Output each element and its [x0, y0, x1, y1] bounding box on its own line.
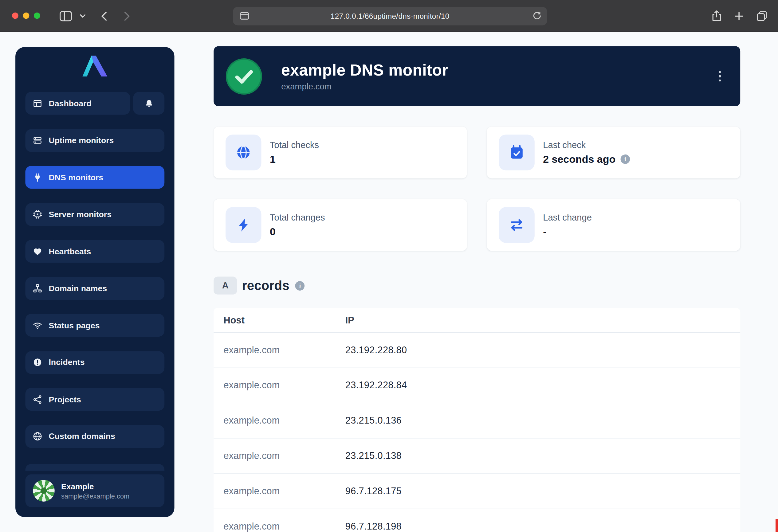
sidebar: Dashboard Uptime monitors: [15, 47, 174, 517]
nodes-icon: [33, 395, 43, 404]
records-table: Host IP example.com 23.192.228.80 exampl…: [214, 308, 740, 532]
user-email: sample@example.com: [61, 493, 129, 500]
notifications-button[interactable]: [133, 92, 164, 114]
table-row: example.com 23.192.228.84: [214, 368, 740, 403]
sidebar-item-label: Custom domains: [49, 432, 115, 441]
stat-text: Total changes 0: [270, 212, 325, 238]
app-logo[interactable]: [15, 54, 174, 78]
sidebar-item-label: Incidents: [49, 358, 84, 367]
traffic-lights: [12, 12, 40, 19]
sidebar-item-dashboard[interactable]: Dashboard: [25, 92, 130, 114]
forward-button[interactable]: [119, 0, 134, 32]
ip-cell: 96.7.128.175: [345, 485, 402, 497]
stat-text: Last check 2 seconds ago i: [543, 140, 630, 165]
column-header-host: Host: [214, 315, 345, 326]
sidebar-item-label: Projects: [49, 395, 81, 404]
app-page: Dashboard Uptime monitors: [0, 32, 778, 532]
back-button[interactable]: [96, 0, 111, 32]
stat-text: Total checks 1: [270, 140, 319, 165]
records-section-header: A records i: [214, 277, 305, 294]
grid-icon: [33, 99, 43, 108]
share-icon[interactable]: [709, 0, 724, 32]
stat-text: Last change -: [543, 212, 592, 238]
url-text: 127.0.0.1/66uptime/dns-monitor/10: [331, 12, 450, 20]
stat-value: -: [543, 226, 592, 238]
table-row: example.com 23.192.228.80: [214, 333, 740, 368]
globe-icon: [226, 135, 261, 170]
bolt-icon: [226, 207, 261, 243]
ip-cell: 23.192.228.80: [345, 345, 407, 356]
sidebar-item-status-pages[interactable]: Status pages: [25, 314, 164, 337]
ip-cell: 96.7.128.198: [345, 521, 402, 532]
table-row: example.com 23.215.0.138: [214, 439, 740, 474]
screen: 127.0.0.1/66uptime/dns-monitor/10: [0, 0, 778, 532]
calendar-check-icon: [499, 135, 534, 170]
stat-value: 0: [270, 226, 325, 238]
table-row: example.com 96.7.128.198: [214, 509, 740, 532]
stat-label: Last check: [543, 140, 630, 150]
sidebar-item-heartbeats[interactable]: Heartbeats: [25, 240, 164, 263]
sidebar-item-server-monitors[interactable]: Server monitors: [25, 203, 164, 226]
stat-value: 1: [270, 153, 319, 165]
monitor-header-text: example DNS monitor example.com: [281, 61, 448, 92]
arrows-swap-icon: [499, 207, 534, 243]
host-cell: example.com: [214, 521, 345, 532]
ip-cell: 23.215.0.136: [345, 415, 402, 426]
zoom-window-button[interactable]: [34, 12, 40, 19]
table-row: example.com 96.7.128.175: [214, 474, 740, 509]
cpu-icon: [33, 209, 43, 219]
browser-chrome: 127.0.0.1/66uptime/dns-monitor/10: [0, 0, 778, 32]
stat-card-total-changes: Total changes 0: [214, 199, 467, 251]
new-tab-icon[interactable]: [730, 0, 747, 32]
ip-cell: 23.192.228.84: [345, 380, 407, 391]
record-type-badge: A: [214, 277, 237, 294]
status-ok-icon: [226, 58, 262, 95]
alert-circle-icon: [33, 358, 43, 367]
sidebar-item-label: Uptime monitors: [49, 136, 114, 145]
info-icon[interactable]: i: [295, 281, 305, 290]
column-header-ip: IP: [345, 315, 354, 326]
stat-label: Total changes: [270, 212, 325, 223]
sidebar-item-dns-monitors[interactable]: DNS monitors: [25, 166, 164, 189]
wifi-icon: [33, 321, 43, 330]
bell-icon: [144, 99, 153, 108]
page-title: example DNS monitor: [281, 61, 448, 79]
stat-card-last-change: Last change -: [487, 199, 741, 251]
sidebar-item-label: Dashboard: [49, 99, 91, 108]
tab-overview-icon[interactable]: [753, 0, 770, 32]
sidebar-item-incidents[interactable]: Incidents: [25, 351, 164, 373]
host-cell: example.com: [214, 485, 345, 497]
plug-icon: [33, 173, 43, 182]
close-window-button[interactable]: [12, 12, 18, 19]
sidebar-item-custom-domains[interactable]: Custom domains: [25, 425, 164, 448]
sitemap-icon: [33, 283, 43, 293]
minimize-window-button[interactable]: [23, 12, 29, 19]
host-cell: example.com: [214, 380, 345, 391]
monitor-hostname: example.com: [281, 82, 448, 92]
stat-label: Last change: [543, 212, 592, 223]
kebab-menu-icon[interactable]: [711, 65, 728, 88]
stat-value: 2 seconds ago i: [543, 153, 630, 165]
stat-card-last-check: Last check 2 seconds ago i: [487, 126, 741, 178]
sidebar-item-label: Domain names: [49, 283, 107, 293]
monitor-header-card: example DNS monitor example.com: [214, 46, 740, 106]
stat-value-text: 2 seconds ago: [543, 153, 615, 165]
host-cell: example.com: [214, 451, 345, 462]
sidebar-item-domain-names[interactable]: Domain names: [25, 277, 164, 299]
address-bar[interactable]: 127.0.0.1/66uptime/dns-monitor/10: [233, 7, 547, 25]
user-menu[interactable]: Example sample@example.com: [25, 474, 164, 507]
info-icon[interactable]: i: [620, 155, 630, 164]
host-cell: example.com: [214, 415, 345, 426]
ip-cell: 23.215.0.138: [345, 451, 402, 462]
sidebar-toggle-icon[interactable]: [58, 0, 74, 32]
sidebar-item-label: Status pages: [49, 321, 99, 330]
avatar: [33, 480, 55, 502]
sidebar-item-projects[interactable]: Projects: [25, 388, 164, 411]
sidebar-item-uptime-monitors[interactable]: Uptime monitors: [25, 129, 164, 152]
reload-icon[interactable]: [533, 11, 541, 22]
page-settings-icon[interactable]: [239, 11, 249, 22]
chevron-down-icon[interactable]: [77, 0, 87, 32]
sidebar-item-label: DNS monitors: [49, 173, 103, 182]
stat-card-total-checks: Total checks 1: [214, 126, 467, 178]
main-content: example DNS monitor example.com Total ch…: [214, 32, 740, 532]
